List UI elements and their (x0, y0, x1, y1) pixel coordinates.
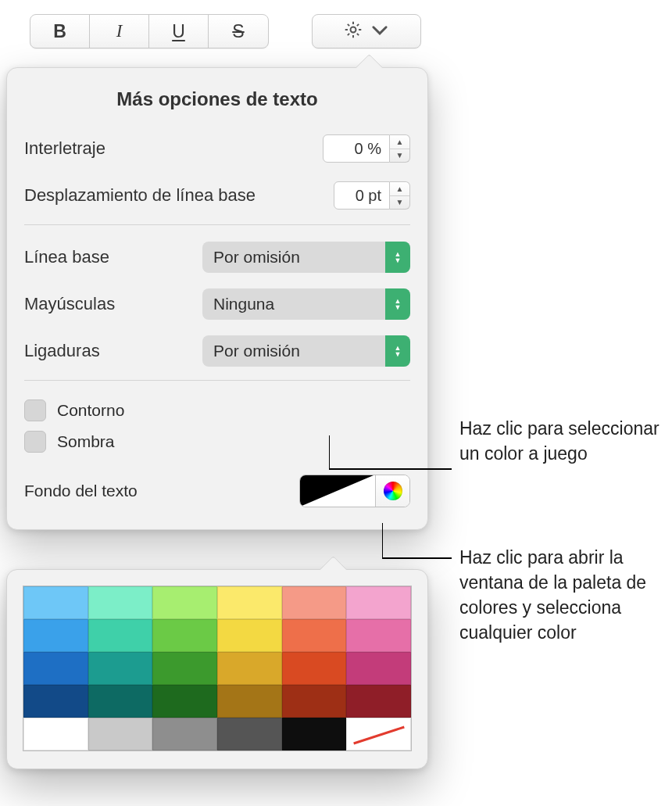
baseline-shift-stepper-buttons[interactable]: ▲ ▼ (390, 181, 410, 210)
ligatures-row: Ligaduras Por omisión ▲▼ (24, 333, 410, 369)
callout-leader-line (383, 557, 452, 559)
color-swatch[interactable] (346, 718, 411, 750)
color-swatch[interactable] (217, 652, 282, 685)
color-swatch[interactable] (88, 652, 153, 685)
dropdown-arrows-icon: ▲▼ (385, 242, 410, 273)
tracking-stepper[interactable]: 0 % ▲ ▼ (323, 134, 410, 163)
callout-leader-line (330, 468, 452, 470)
callout-wheel: Haz clic para abrir la ventana de la pal… (459, 545, 663, 645)
baseline-shift-label: Desplazamiento de línea base (24, 185, 256, 206)
caps-value: Ninguna (213, 295, 274, 313)
color-swatch[interactable] (152, 586, 217, 619)
bold-button[interactable]: B (30, 15, 90, 48)
svg-point-0 (351, 27, 356, 32)
stepper-down-icon[interactable]: ▼ (390, 196, 409, 210)
color-grid (23, 586, 412, 751)
color-swatch[interactable] (346, 685, 411, 718)
baseline-value: Por omisión (213, 248, 300, 267)
color-swatch[interactable] (88, 685, 153, 718)
color-swatch[interactable] (346, 652, 411, 685)
more-options-button[interactable] (312, 14, 421, 48)
color-swatch[interactable] (23, 652, 88, 685)
outline-row: Contorno (24, 395, 410, 426)
baseline-shift-stepper[interactable]: 0 pt ▲ ▼ (334, 181, 410, 210)
strike-button[interactable]: S (209, 15, 268, 48)
dropdown-arrows-icon: ▲▼ (385, 335, 410, 367)
baseline-dropdown[interactable]: Por omisión ▲▼ (202, 242, 410, 273)
caps-row: Mayúsculas Ninguna ▲▼ (24, 286, 410, 322)
baseline-label: Línea base (24, 247, 109, 267)
tracking-label: Interletraje (24, 138, 105, 159)
color-swatch[interactable] (23, 619, 88, 652)
color-swatch[interactable] (217, 718, 282, 750)
ligatures-dropdown[interactable]: Por omisión ▲▼ (202, 335, 410, 367)
color-swatch[interactable] (346, 586, 411, 619)
color-swatch[interactable] (88, 718, 153, 750)
color-swatch[interactable] (346, 619, 411, 652)
outline-label: Contorno (57, 401, 124, 420)
callouts: Haz clic para seleccionar un color a jue… (428, 0, 663, 806)
color-swatch[interactable] (23, 718, 88, 750)
color-swatch[interactable] (217, 619, 282, 652)
gear-icon (343, 20, 363, 44)
baseline-row: Línea base Por omisión ▲▼ (24, 239, 410, 275)
callout-swatch: Haz clic para seleccionar un color a jue… (459, 416, 663, 466)
tracking-stepper-buttons[interactable]: ▲ ▼ (390, 134, 410, 163)
shadow-label: Sombra (57, 432, 115, 451)
color-swatch[interactable] (152, 652, 217, 685)
color-swatch[interactable] (23, 586, 88, 619)
underline-button[interactable]: U (149, 15, 209, 48)
color-swatch[interactable] (152, 718, 217, 750)
text-background-label: Fondo del texto (24, 482, 138, 500)
stepper-up-icon[interactable]: ▲ (390, 182, 409, 196)
color-swatch[interactable] (88, 586, 153, 619)
ligatures-label: Ligaduras (24, 341, 100, 361)
stepper-up-icon[interactable]: ▲ (390, 135, 409, 149)
color-swatch[interactable] (282, 619, 347, 652)
dropdown-arrows-icon: ▲▼ (385, 288, 410, 320)
color-swatch[interactable] (23, 685, 88, 718)
color-wheel-button[interactable] (375, 475, 409, 507)
more-text-options-panel: Más opciones de texto Interletraje 0 % ▲… (6, 67, 428, 530)
tracking-value[interactable]: 0 % (323, 134, 390, 163)
text-background-row: Fondo del texto (24, 475, 410, 507)
shadow-checkbox[interactable] (24, 431, 46, 453)
color-swatch[interactable] (217, 586, 282, 619)
color-wheel-icon (384, 482, 402, 500)
caps-label: Mayúsculas (24, 294, 115, 314)
tracking-row: Interletraje 0 % ▲ ▼ (24, 131, 410, 167)
ligatures-value: Por omisión (213, 342, 300, 360)
text-background-control (299, 475, 410, 507)
color-swatch[interactable] (152, 619, 217, 652)
divider (24, 224, 410, 225)
color-swatch-button[interactable] (300, 475, 375, 507)
color-swatch[interactable] (282, 718, 347, 750)
italic-button[interactable]: I (90, 15, 149, 48)
chevron-down-icon (370, 20, 390, 44)
divider (24, 380, 410, 381)
baseline-shift-row: Desplazamiento de línea base 0 pt ▲ ▼ (24, 177, 410, 213)
color-swatch[interactable] (88, 619, 153, 652)
panel-title: Más opciones de texto (24, 88, 410, 110)
stepper-down-icon[interactable]: ▼ (390, 149, 409, 163)
color-swatch[interactable] (217, 685, 282, 718)
swatch-triangle-icon (300, 475, 374, 507)
text-style-group: B I U S (30, 14, 269, 48)
baseline-shift-value[interactable]: 0 pt (334, 181, 390, 210)
color-swatch-popover (6, 569, 428, 769)
color-swatch[interactable] (282, 586, 347, 619)
caps-dropdown[interactable]: Ninguna ▲▼ (202, 288, 410, 320)
color-swatch[interactable] (282, 685, 347, 718)
shadow-row: Sombra (24, 426, 410, 457)
outline-checkbox[interactable] (24, 399, 46, 421)
color-swatch[interactable] (152, 685, 217, 718)
style-toolbar: B I U S (30, 14, 424, 48)
color-swatch[interactable] (282, 652, 347, 685)
